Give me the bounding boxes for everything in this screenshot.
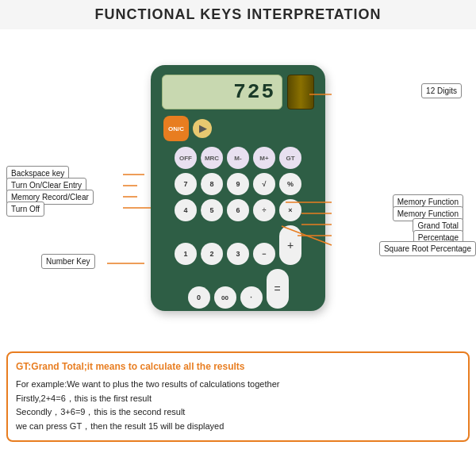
btn-sub[interactable]: −	[253, 243, 275, 265]
label-number-key: Number Key	[41, 254, 95, 269]
play-button[interactable]: ▶	[193, 119, 212, 138]
btn-4[interactable]: 4	[175, 199, 197, 221]
info-title: GT:Grand Total;it means to calculate all…	[16, 359, 460, 374]
calc-display: 725	[162, 75, 282, 109]
btn-2[interactable]: 2	[201, 243, 223, 265]
info-box: GT:Grand Total;it means to calculate all…	[6, 351, 470, 442]
btn-equals[interactable]: =	[267, 269, 289, 309]
btn-pct[interactable]: %	[279, 173, 301, 195]
btn-7[interactable]: 7	[175, 173, 197, 195]
page-title: FUNCTIONAL KEYS INTERPRETATION	[0, 0, 476, 29]
btn-dot[interactable]: ·	[240, 286, 263, 309]
btn-6[interactable]: 6	[227, 199, 249, 221]
mplus-button[interactable]: M+	[253, 147, 275, 169]
btn-div[interactable]: ÷	[253, 199, 275, 221]
row-456: 4 5 6 ÷ ×	[162, 199, 314, 221]
row-123: 1 2 3 − +	[162, 225, 314, 265]
info-line-2: Firstly,2+4=6，this is the first result	[16, 392, 460, 406]
label-sqrt-pct: Square Root Percentage	[379, 241, 476, 256]
solar-panel	[287, 75, 314, 109]
mrc-button[interactable]: MRC	[201, 147, 223, 169]
btn-0[interactable]: 0	[188, 286, 210, 309]
btn-mul[interactable]: ×	[279, 199, 301, 221]
info-line-1: For example:We want to plus the two resu…	[16, 378, 460, 392]
mminus-button[interactable]: M-	[227, 147, 249, 169]
btn-plus[interactable]: +	[279, 225, 301, 265]
btn-9[interactable]: 9	[227, 173, 249, 195]
row-789: 7 8 9 √ %	[162, 173, 314, 195]
diagram-area: 725 ON/C ▶ OFF MRC M- M+ GT 7 8 9	[0, 29, 476, 347]
function-row: OFF MRC M- M+ GT	[162, 147, 314, 169]
gt-button[interactable]: GT	[279, 147, 301, 169]
calculator: 725 ON/C ▶ OFF MRC M- M+ GT 7 8 9	[151, 65, 325, 311]
btn-sqrt[interactable]: √	[253, 173, 275, 195]
info-line-4: we can press GT，then the result 15 will …	[16, 420, 460, 434]
btn-3[interactable]: 3	[227, 243, 249, 265]
btn-1[interactable]: 1	[175, 243, 197, 265]
on-clear-button[interactable]: ON/C	[163, 116, 189, 141]
btn-5[interactable]: 5	[201, 199, 223, 221]
top-button-row: ON/C ▶	[162, 116, 314, 141]
label-12digits: 12 Digits	[421, 83, 462, 98]
off-button[interactable]: OFF	[175, 147, 197, 169]
btn-8[interactable]: 8	[201, 173, 223, 195]
btn-00[interactable]: 00	[214, 286, 236, 309]
row-0: 0 00 · =	[162, 269, 314, 309]
label-turn-off: Turn Off	[6, 202, 44, 217]
info-line-3: Secondly，3+6=9，this is the second result	[16, 405, 460, 420]
